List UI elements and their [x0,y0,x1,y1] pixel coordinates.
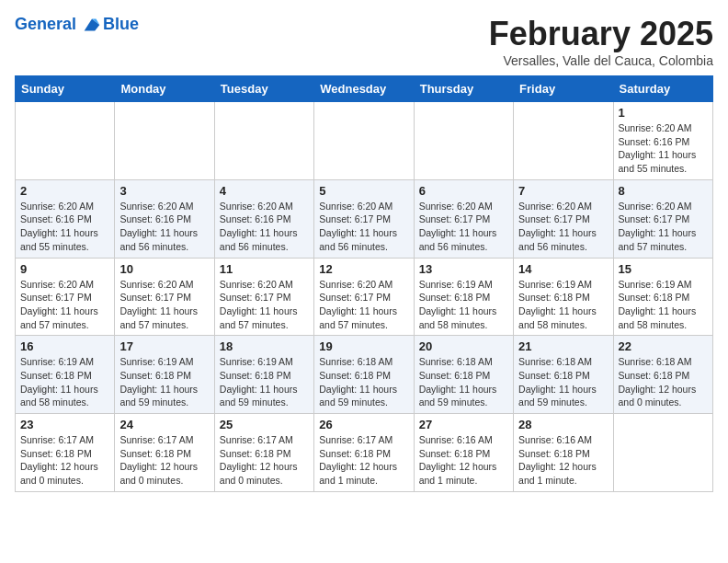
logo: General Blue [15,15,139,34]
header-day-monday: Monday [115,76,214,102]
day-number: 15 [619,262,708,276]
day-info: Sunrise: 6:18 AM Sunset: 6:18 PM Dayligh… [319,355,408,409]
day-cell: 25Sunrise: 6:17 AM Sunset: 6:18 PM Dayli… [214,414,313,492]
logo-icon [83,17,101,33]
day-info: Sunrise: 6:20 AM Sunset: 6:17 PM Dayligh… [319,200,408,254]
day-cell: 12Sunrise: 6:20 AM Sunset: 6:17 PM Dayli… [314,258,414,336]
day-number: 24 [119,418,209,431]
day-cell: 28Sunrise: 6:16 AM Sunset: 6:18 PM Dayli… [514,414,613,492]
day-cell: 18Sunrise: 6:19 AM Sunset: 6:18 PM Dayli… [214,336,313,414]
day-info: Sunrise: 6:20 AM Sunset: 6:16 PM Dayligh… [20,200,109,254]
day-info: Sunrise: 6:20 AM Sunset: 6:17 PM Dayligh… [518,200,608,254]
day-number: 19 [319,339,408,353]
day-cell: 9Sunrise: 6:20 AM Sunset: 6:17 PM Daylig… [16,258,115,336]
day-number: 22 [619,339,708,353]
header-day-thursday: Thursday [414,76,513,102]
day-number: 7 [518,184,608,198]
day-cell: 7Sunrise: 6:20 AM Sunset: 6:17 PM Daylig… [514,179,613,258]
day-number: 21 [518,339,608,353]
day-cell: 15Sunrise: 6:19 AM Sunset: 6:18 PM Dayli… [613,258,712,336]
day-number: 1 [619,106,708,120]
day-number: 20 [419,339,508,353]
day-info: Sunrise: 6:20 AM Sunset: 6:16 PM Dayligh… [619,121,708,176]
day-cell: 14Sunrise: 6:19 AM Sunset: 6:18 PM Dayli… [514,258,613,336]
day-cell [514,102,613,180]
header-day-wednesday: Wednesday [314,76,414,102]
day-info: Sunrise: 6:19 AM Sunset: 6:18 PM Dayligh… [518,278,608,332]
day-number: 18 [220,339,309,353]
day-cell: 10Sunrise: 6:20 AM Sunset: 6:17 PM Dayli… [115,258,214,336]
day-cell: 2Sunrise: 6:20 AM Sunset: 6:16 PM Daylig… [16,179,115,258]
day-info: Sunrise: 6:20 AM Sunset: 6:17 PM Dayligh… [619,200,708,254]
day-number: 23 [20,418,109,431]
day-info: Sunrise: 6:17 AM Sunset: 6:18 PM Dayligh… [20,433,109,488]
day-number: 28 [518,418,608,431]
day-info: Sunrise: 6:18 AM Sunset: 6:18 PM Dayligh… [419,355,508,409]
day-info: Sunrise: 6:19 AM Sunset: 6:18 PM Dayligh… [20,355,109,409]
day-number: 13 [419,262,508,276]
day-cell: 22Sunrise: 6:18 AM Sunset: 6:18 PM Dayli… [613,336,712,414]
day-number: 26 [319,418,408,431]
day-cell: 21Sunrise: 6:18 AM Sunset: 6:18 PM Dayli… [514,336,613,414]
day-info: Sunrise: 6:18 AM Sunset: 6:18 PM Dayligh… [518,355,608,409]
day-cell: 23Sunrise: 6:17 AM Sunset: 6:18 PM Dayli… [16,414,115,492]
day-number: 9 [20,262,109,276]
header-day-saturday: Saturday [613,76,712,102]
day-number: 27 [419,418,508,431]
day-cell: 1Sunrise: 6:20 AM Sunset: 6:16 PM Daylig… [613,102,712,180]
logo-general: General [15,15,76,33]
day-cell [613,414,712,492]
day-info: Sunrise: 6:20 AM Sunset: 6:16 PM Dayligh… [119,200,209,254]
day-info: Sunrise: 6:19 AM Sunset: 6:18 PM Dayligh… [619,278,708,332]
header-row: SundayMondayTuesdayWednesdayThursdayFrid… [16,76,713,102]
day-info: Sunrise: 6:17 AM Sunset: 6:18 PM Dayligh… [220,433,309,488]
day-number: 6 [419,184,508,198]
header-day-tuesday: Tuesday [214,76,313,102]
day-info: Sunrise: 6:20 AM Sunset: 6:16 PM Dayligh… [220,200,309,254]
day-number: 16 [20,339,109,353]
day-info: Sunrise: 6:20 AM Sunset: 6:17 PM Dayligh… [319,278,408,332]
day-cell: 13Sunrise: 6:19 AM Sunset: 6:18 PM Dayli… [414,258,513,336]
week-row-1: 1Sunrise: 6:20 AM Sunset: 6:16 PM Daylig… [16,102,713,180]
day-cell [414,102,513,180]
day-info: Sunrise: 6:18 AM Sunset: 6:18 PM Dayligh… [619,355,708,409]
location-title: Versalles, Valle del Cauca, Colombia [489,53,713,68]
day-info: Sunrise: 6:20 AM Sunset: 6:17 PM Dayligh… [220,278,309,332]
header-day-friday: Friday [514,76,613,102]
day-cell [16,102,115,180]
day-cell: 17Sunrise: 6:19 AM Sunset: 6:18 PM Dayli… [115,336,214,414]
day-number: 17 [119,339,209,353]
day-cell: 20Sunrise: 6:18 AM Sunset: 6:18 PM Dayli… [414,336,513,414]
day-info: Sunrise: 6:16 AM Sunset: 6:18 PM Dayligh… [419,433,508,488]
week-row-2: 2Sunrise: 6:20 AM Sunset: 6:16 PM Daylig… [16,179,713,258]
svg-marker-0 [85,18,100,30]
day-cell [115,102,214,180]
day-number: 4 [220,184,309,198]
day-cell: 6Sunrise: 6:20 AM Sunset: 6:17 PM Daylig… [414,179,513,258]
logo-blue: Blue [103,15,139,34]
day-number: 10 [119,262,209,276]
header: General Blue February 2025 Versalles, Va… [15,15,713,68]
day-info: Sunrise: 6:16 AM Sunset: 6:18 PM Dayligh… [518,433,608,488]
week-row-3: 9Sunrise: 6:20 AM Sunset: 6:17 PM Daylig… [16,258,713,336]
day-cell: 3Sunrise: 6:20 AM Sunset: 6:16 PM Daylig… [115,179,214,258]
day-cell [214,102,313,180]
day-info: Sunrise: 6:17 AM Sunset: 6:18 PM Dayligh… [119,433,209,488]
day-number: 2 [20,184,109,198]
week-row-4: 16Sunrise: 6:19 AM Sunset: 6:18 PM Dayli… [16,336,713,414]
day-cell: 8Sunrise: 6:20 AM Sunset: 6:17 PM Daylig… [613,179,712,258]
title-area: February 2025 Versalles, Valle del Cauca… [489,15,713,68]
day-cell: 26Sunrise: 6:17 AM Sunset: 6:18 PM Dayli… [314,414,414,492]
day-number: 14 [518,262,608,276]
day-info: Sunrise: 6:17 AM Sunset: 6:18 PM Dayligh… [319,433,408,488]
day-cell: 4Sunrise: 6:20 AM Sunset: 6:16 PM Daylig… [214,179,313,258]
day-cell: 11Sunrise: 6:20 AM Sunset: 6:17 PM Dayli… [214,258,313,336]
day-number: 3 [119,184,209,198]
month-title: February 2025 [489,15,713,53]
day-number: 25 [220,418,309,431]
day-info: Sunrise: 6:20 AM Sunset: 6:17 PM Dayligh… [119,278,209,332]
day-info: Sunrise: 6:19 AM Sunset: 6:18 PM Dayligh… [220,355,309,409]
day-number: 12 [319,262,408,276]
day-info: Sunrise: 6:20 AM Sunset: 6:17 PM Dayligh… [20,278,109,332]
day-cell: 24Sunrise: 6:17 AM Sunset: 6:18 PM Dayli… [115,414,214,492]
